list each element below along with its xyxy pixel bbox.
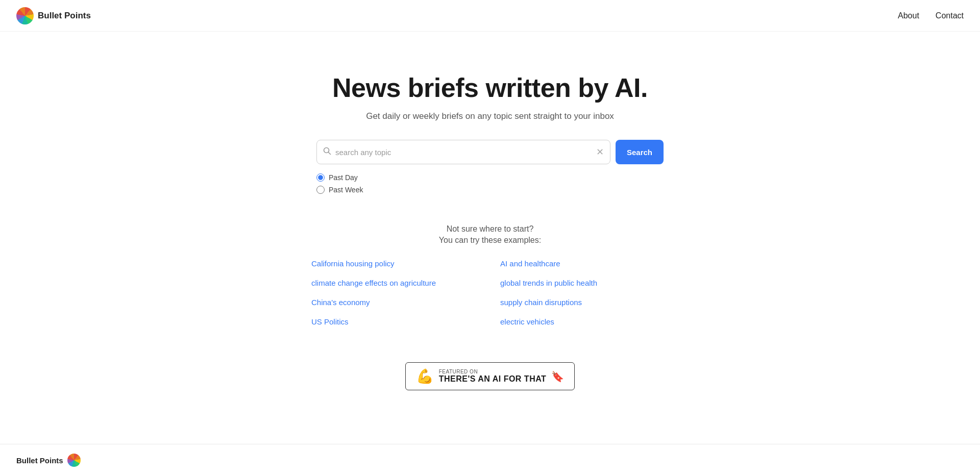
badge-text: FEATURED ON THERE'S AN AI FOR THAT bbox=[439, 369, 547, 384]
example-china-economy[interactable]: China's economy bbox=[311, 298, 370, 307]
search-bar-container: ✕ Search bbox=[316, 140, 664, 164]
main-content: News briefs written by AI. Get daily or … bbox=[0, 32, 980, 444]
nav-links: About Contact bbox=[898, 11, 964, 20]
examples-hint1: Not sure where to start? bbox=[311, 224, 669, 234]
footer-brand-name: Bullet Points bbox=[16, 456, 63, 465]
svg-line-1 bbox=[329, 153, 331, 155]
past-day-radio-label[interactable]: Past Day bbox=[316, 173, 664, 182]
past-week-label: Past Week bbox=[329, 186, 363, 194]
past-week-radio-label[interactable]: Past Week bbox=[316, 186, 664, 194]
featured-badge[interactable]: 💪 FEATURED ON THERE'S AN AI FOR THAT 🔖 bbox=[405, 362, 575, 390]
example-california-housing[interactable]: California housing policy bbox=[311, 259, 395, 268]
example-supply-chain[interactable]: supply chain disruptions bbox=[500, 298, 582, 307]
example-us-politics[interactable]: US Politics bbox=[311, 317, 349, 326]
footer-logo-icon bbox=[67, 454, 81, 467]
search-button[interactable]: Search bbox=[616, 140, 664, 164]
examples-grid: California housing policy climate change… bbox=[311, 259, 669, 327]
brand-logo[interactable]: Bullet Points bbox=[16, 7, 91, 24]
footer-brand[interactable]: Bullet Points bbox=[16, 454, 81, 467]
past-week-radio[interactable] bbox=[316, 186, 325, 194]
example-climate-change[interactable]: climate change effects on agriculture bbox=[311, 279, 436, 287]
example-ai-healthcare[interactable]: AI and healthcare bbox=[500, 259, 560, 268]
examples-section: Not sure where to start? You can try the… bbox=[311, 224, 669, 327]
examples-hint2: You can try these examples: bbox=[311, 236, 669, 245]
past-day-label: Past Day bbox=[329, 173, 358, 182]
search-input-wrapper: ✕ bbox=[316, 140, 610, 164]
search-input[interactable] bbox=[335, 148, 596, 157]
example-global-health[interactable]: global trends in public health bbox=[500, 279, 597, 287]
about-link[interactable]: About bbox=[898, 11, 919, 20]
bookmark-icon: 🔖 bbox=[551, 370, 564, 383]
badge-featured-label: FEATURED ON bbox=[439, 369, 547, 374]
clear-button[interactable]: ✕ bbox=[596, 147, 604, 157]
logo-icon bbox=[16, 7, 34, 24]
contact-link[interactable]: Contact bbox=[936, 11, 964, 20]
search-icon bbox=[323, 147, 331, 157]
hero-subtitle: Get daily or weekly briefs on any topic … bbox=[366, 111, 614, 121]
navbar: Bullet Points About Contact bbox=[0, 0, 980, 32]
hero-title: News briefs written by AI. bbox=[332, 72, 648, 103]
badge-ai-name: THERE'S AN AI FOR THAT bbox=[439, 374, 547, 384]
examples-left-col: California housing policy climate change… bbox=[311, 259, 480, 327]
radio-group: Past Day Past Week bbox=[316, 173, 664, 194]
example-electric-vehicles[interactable]: electric vehicles bbox=[500, 317, 554, 326]
past-day-radio[interactable] bbox=[316, 173, 325, 182]
brand-name: Bullet Points bbox=[38, 11, 91, 21]
examples-right-col: AI and healthcare global trends in publi… bbox=[500, 259, 669, 327]
footer: Bullet Points bbox=[0, 444, 980, 476]
muscle-icon: 💪 bbox=[416, 368, 434, 385]
